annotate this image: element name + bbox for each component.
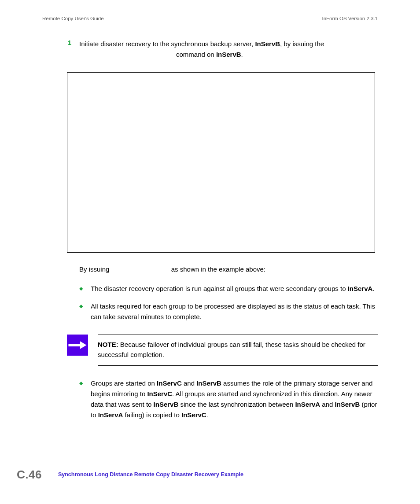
bold: InServB <box>255 40 280 48</box>
text: . <box>372 285 374 292</box>
text: Groups are started on <box>91 379 157 387</box>
arrow-right-icon <box>67 335 88 356</box>
footer-divider <box>50 467 50 482</box>
note-label: NOTE: <box>98 341 118 348</box>
bold: InServA <box>295 401 320 408</box>
step-1: 1 Initiate disaster recovery to the sync… <box>67 39 378 60</box>
list-item: ◆ All tasks required for each group to b… <box>79 301 378 322</box>
code-block <box>67 72 375 253</box>
text: Initiate disaster recovery to the synchr… <box>79 40 255 48</box>
text: Because failover of individual groups ca… <box>98 341 365 358</box>
header-right: InForm OS Version 2.3.1 <box>322 16 378 21</box>
text: command on <box>176 51 216 58</box>
step-text: Initiate disaster recovery to the synchr… <box>79 39 324 60</box>
after-code-text: By issuing as shown in the example above… <box>79 264 378 275</box>
svg-rect-0 <box>68 344 81 346</box>
bold: InServB <box>335 401 360 408</box>
page-number: C.46 <box>17 468 42 482</box>
page-header: Remote Copy User's Guide InForm OS Versi… <box>42 16 378 21</box>
step-number: 1 <box>67 39 71 60</box>
page-footer: C.46 Synchronous Long Distance Remote Co… <box>17 467 243 482</box>
note-text: NOTE: Because failover of individual gro… <box>98 335 378 366</box>
text: , by issuing the <box>280 40 324 48</box>
bold: InServB <box>196 379 221 387</box>
diamond-icon: ◆ <box>79 286 84 294</box>
text: The disaster recovery operation is run a… <box>91 285 348 292</box>
page-content: 1 Initiate disaster recovery to the sync… <box>42 39 378 427</box>
text: and <box>182 379 196 387</box>
list-item: ◆ The disaster recovery operation is run… <box>79 283 378 294</box>
bold: InServB <box>154 401 179 408</box>
text: . <box>241 51 243 58</box>
bullet-text: All tasks required for each group to be … <box>91 301 378 322</box>
diamond-icon: ◆ <box>79 380 84 420</box>
text: failing) is copied to <box>123 411 181 419</box>
bold: InServB <box>216 51 241 58</box>
bullet-text: The disaster recovery operation is run a… <box>91 283 375 294</box>
bullet-text: Groups are started on InServC and InServ… <box>91 378 378 420</box>
bold: InServC <box>181 411 206 419</box>
text: All tasks required for each group to be … <box>91 302 375 320</box>
bold: InServA <box>348 285 373 292</box>
text: as shown in the example above: <box>169 265 265 273</box>
text: and <box>320 401 335 408</box>
bullet-list: ◆ The disaster recovery operation is run… <box>79 283 378 322</box>
bold: InServA <box>98 411 123 419</box>
svg-marker-1 <box>80 341 87 349</box>
diamond-icon: ◆ <box>79 303 84 322</box>
bullet-list-2: ◆ Groups are started on InServC and InSe… <box>79 378 378 420</box>
text: . <box>206 411 208 419</box>
bold: InServC <box>147 390 172 397</box>
text: By issuing <box>79 265 111 273</box>
list-item: ◆ Groups are started on InServC and InSe… <box>79 378 378 420</box>
bold: InServC <box>157 379 182 387</box>
header-left: Remote Copy User's Guide <box>42 16 104 21</box>
text: since the last synchronization between <box>178 401 295 408</box>
footer-title: Synchronous Long Distance Remote Copy Di… <box>58 471 243 478</box>
note-block: NOTE: Because failover of individual gro… <box>67 335 378 366</box>
